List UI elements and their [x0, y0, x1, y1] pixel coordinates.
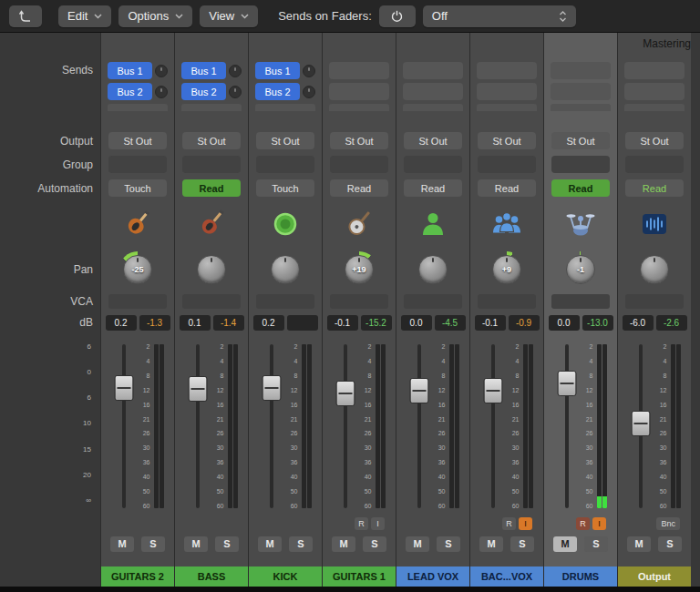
fader-db-value[interactable]: 0.1 [180, 315, 211, 331]
pan-knob[interactable]: -1 [562, 248, 599, 291]
pan-knob[interactable]: -25 [119, 248, 156, 291]
empty-send-slot[interactable] [329, 83, 389, 100]
fader-cap[interactable] [557, 371, 576, 396]
kick-drum-icon[interactable] [269, 200, 302, 248]
vca-slot[interactable] [330, 294, 388, 309]
send-level-knob[interactable] [155, 86, 168, 98]
vca-slot[interactable] [404, 294, 462, 309]
input-monitor-button[interactable]: I [519, 517, 532, 530]
fader-db-value[interactable]: -0.1 [475, 315, 506, 331]
channel-name[interactable]: BAC...VOX [470, 566, 543, 587]
output-button[interactable]: St Out [625, 132, 684, 149]
send-level-knob[interactable] [303, 65, 315, 77]
volume-fader[interactable] [407, 342, 431, 510]
fader-db-value[interactable]: 0.2 [106, 315, 137, 331]
pan-knob[interactable] [415, 248, 451, 291]
peak-db-value[interactable]: -13.0 [582, 315, 613, 331]
solo-button[interactable]: S [215, 536, 239, 552]
send-slot[interactable]: Bus 1 [181, 62, 226, 79]
solo-button[interactable]: S [289, 536, 313, 552]
channel-name[interactable]: DRUMS [544, 566, 617, 587]
peak-db-value[interactable]: -15.2 [361, 315, 392, 331]
fader-cap[interactable] [114, 375, 133, 401]
volume-fader[interactable] [186, 342, 210, 510]
send-level-knob[interactable] [303, 86, 315, 98]
fader-cap[interactable] [483, 378, 502, 403]
fader-cap[interactable] [409, 378, 428, 403]
peak-db-value[interactable] [287, 315, 318, 331]
banjo-icon[interactable] [343, 200, 376, 248]
channel-name[interactable]: GUITARS 1 [323, 566, 396, 587]
send-slot[interactable]: Bus 1 [108, 62, 152, 79]
vca-slot[interactable] [478, 294, 536, 309]
output-button[interactable]: St Out [182, 132, 241, 149]
solo-button[interactable]: S [363, 536, 386, 552]
channel-name[interactable]: GUITARS 2 [101, 566, 174, 587]
send-slot[interactable]: Bus 2 [181, 83, 226, 100]
fader-db-value[interactable]: -6.0 [623, 315, 654, 331]
output-button[interactable]: St Out [478, 132, 536, 149]
output-button[interactable]: St Out [256, 132, 314, 149]
vca-slot[interactable] [108, 294, 167, 309]
volume-fader[interactable] [334, 342, 357, 510]
pan-knob[interactable]: +9 [489, 248, 525, 291]
volume-fader[interactable] [629, 342, 653, 510]
peak-db-value[interactable]: -1.3 [139, 315, 170, 331]
group-slot[interactable] [404, 156, 462, 173]
send-slot[interactable]: Bus 1 [255, 62, 300, 79]
empty-send-slot[interactable] [624, 62, 685, 79]
empty-send-slot[interactable] [624, 83, 685, 100]
bass-guitar-icon[interactable] [195, 200, 228, 248]
channel-name[interactable]: LEAD VOX [396, 566, 469, 587]
channel-name[interactable]: BASS [175, 566, 248, 587]
automation-button[interactable]: Touch [256, 179, 314, 197]
volume-fader[interactable] [112, 342, 136, 510]
peak-db-value[interactable]: -1.4 [213, 315, 244, 331]
electric-guitar-icon[interactable] [121, 200, 154, 248]
group-slot[interactable] [256, 156, 314, 173]
automation-button[interactable]: Read [182, 179, 241, 197]
fader-db-value[interactable]: 0.2 [253, 315, 284, 331]
group-slot[interactable] [625, 156, 684, 173]
output-button[interactable]: St Out [551, 132, 610, 149]
options-menu-button[interactable]: Options [118, 5, 192, 27]
empty-send-slot[interactable] [329, 62, 389, 79]
automation-button[interactable]: Read [478, 179, 536, 197]
solo-button[interactable]: S [584, 536, 608, 552]
mute-button[interactable]: M [553, 536, 577, 552]
fader-db-value[interactable]: -0.1 [327, 315, 358, 331]
vca-slot[interactable] [256, 294, 314, 309]
channel-name[interactable]: Output [618, 566, 691, 587]
vca-slot[interactable] [625, 294, 684, 309]
back-button[interactable] [9, 5, 42, 27]
mute-button[interactable]: M [184, 536, 208, 552]
group-slot[interactable] [330, 156, 388, 173]
vocal-group-icon[interactable] [490, 200, 523, 248]
mute-button[interactable]: M [258, 536, 282, 552]
group-slot[interactable] [478, 156, 536, 173]
group-slot[interactable] [551, 156, 610, 173]
fader-cap[interactable] [188, 376, 207, 402]
input-monitor-button[interactable]: I [592, 517, 606, 530]
send-level-knob[interactable] [229, 86, 242, 98]
empty-send-slot[interactable] [551, 62, 611, 79]
sends-on-faders-power-button[interactable] [379, 5, 416, 27]
bounce-button[interactable]: Bnc [656, 517, 680, 530]
empty-send-slot[interactable] [477, 62, 537, 79]
automation-button[interactable]: Read [551, 179, 610, 197]
fader-db-value[interactable]: 0.0 [549, 315, 580, 331]
solo-button[interactable]: S [437, 536, 460, 552]
pan-knob[interactable]: +19 [341, 248, 377, 291]
view-menu-button[interactable]: View [200, 5, 258, 27]
automation-button[interactable]: Read [330, 179, 388, 197]
empty-send-slot[interactable] [403, 62, 463, 79]
group-slot[interactable] [108, 156, 167, 173]
solo-button[interactable]: S [510, 536, 534, 552]
mute-button[interactable]: M [110, 536, 134, 552]
automation-button[interactable]: Read [625, 179, 684, 197]
volume-fader[interactable] [555, 342, 579, 510]
group-slot[interactable] [182, 156, 241, 173]
volume-fader[interactable] [481, 342, 505, 510]
record-enable-button[interactable]: R [502, 517, 516, 530]
send-slot[interactable]: Bus 2 [108, 83, 152, 100]
